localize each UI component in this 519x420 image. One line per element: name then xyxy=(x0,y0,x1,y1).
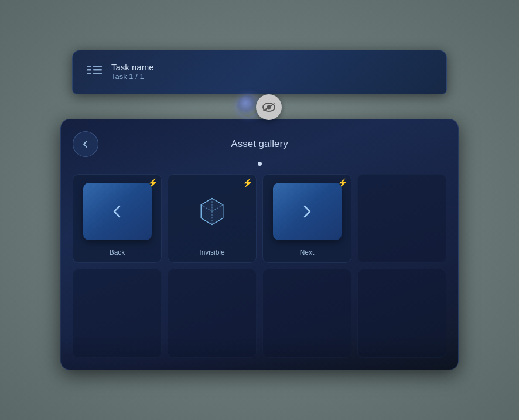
asset-item-back[interactable]: ⚡ Back xyxy=(73,174,162,263)
asset-item-empty-2 xyxy=(73,269,162,358)
lightning-badge-invisible: ⚡ xyxy=(243,178,252,187)
task-progress: Task 1 / 1 xyxy=(111,72,154,81)
asset-grid: ⚡ Back ⚡ xyxy=(73,174,446,358)
eye-button[interactable] xyxy=(256,94,282,120)
main-container: Task name Task 1 / 1 Asset gallery xyxy=(54,50,465,370)
floating-icons-area xyxy=(72,94,447,120)
gallery-back-button[interactable] xyxy=(73,131,98,157)
asset-item-next[interactable]: ⚡ Next xyxy=(262,174,351,263)
asset-item-empty-4 xyxy=(262,269,351,358)
svg-rect-3 xyxy=(93,66,102,67)
gallery-header: Asset gallery xyxy=(73,131,446,157)
svg-rect-1 xyxy=(87,69,91,71)
svg-rect-2 xyxy=(87,73,91,74)
task-panel: Task name Task 1 / 1 xyxy=(72,50,447,94)
lens-flare xyxy=(237,95,258,117)
task-name: Task name xyxy=(111,62,154,72)
pagination-dot-1 xyxy=(258,162,262,166)
gallery-title: Asset gallery xyxy=(231,138,288,150)
svg-rect-4 xyxy=(93,69,102,71)
next-label: Next xyxy=(300,248,315,257)
pagination-dots xyxy=(73,162,446,166)
asset-item-empty-3 xyxy=(168,269,257,358)
asset-item-empty-1 xyxy=(357,174,446,263)
task-info: Task name Task 1 / 1 xyxy=(111,62,154,81)
back-icon-area xyxy=(73,175,161,248)
asset-item-empty-5 xyxy=(357,269,446,358)
asset-item-invisible[interactable]: ⚡ Invisible xyxy=(168,174,257,263)
cube-svg xyxy=(194,194,230,229)
svg-rect-0 xyxy=(87,66,91,67)
svg-rect-5 xyxy=(93,73,102,74)
next-card xyxy=(273,183,342,240)
task-list-icon xyxy=(87,65,102,78)
gallery-panel: Asset gallery ⚡ Back xyxy=(60,119,459,370)
back-label: Back xyxy=(110,248,125,257)
invisible-label: Invisible xyxy=(199,248,224,257)
svg-line-8 xyxy=(264,104,274,111)
back-card xyxy=(83,183,152,240)
next-icon-area xyxy=(263,175,351,248)
